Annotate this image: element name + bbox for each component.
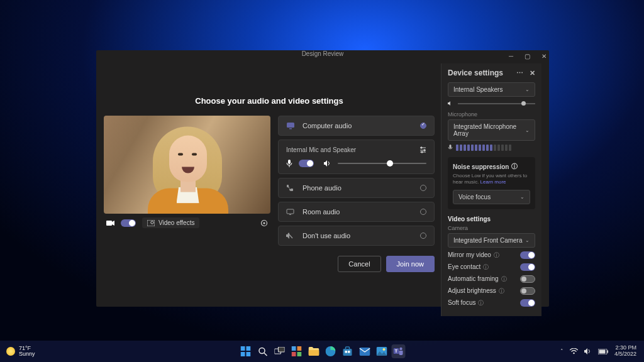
system-tray[interactable]: ˄ 2:30 PM 4/5/2022 — [560, 345, 644, 358]
start-button[interactable] — [239, 344, 253, 358]
info-icon[interactable]: ⓘ — [478, 300, 484, 306]
svg-rect-26 — [279, 347, 285, 352]
svg-rect-16 — [289, 214, 291, 215]
search-button[interactable] — [256, 344, 270, 358]
softfocus-toggle[interactable] — [520, 299, 535, 307]
audio-option-room[interactable]: Room audio — [278, 202, 435, 222]
camera-toggle[interactable] — [121, 219, 136, 227]
svg-rect-29 — [292, 352, 296, 356]
noise-mode-dropdown[interactable]: Voice focus ⌄ — [453, 190, 530, 204]
noise-suppression-card: Noise suppressionⓘ Choose Low if you wan… — [448, 157, 535, 209]
audio-option-label: Computer audio — [303, 122, 352, 129]
mute-icon — [286, 232, 295, 239]
minimize-button[interactable]: ─ — [509, 53, 513, 60]
chevron-down-icon: ⌄ — [525, 87, 530, 92]
svg-line-24 — [264, 353, 267, 356]
softfocus-label: Soft focus — [448, 299, 475, 306]
wifi-icon[interactable] — [570, 348, 578, 354]
video-effects-button[interactable]: Video effects — [142, 217, 199, 228]
speaker-icon — [324, 160, 331, 167]
svg-rect-35 — [345, 351, 348, 353]
mail-icon[interactable] — [358, 344, 372, 358]
teams-prejoin-window: Design Review ─ ▢ ✕ Choose your audio an… — [96, 50, 549, 307]
volume-tray-icon[interactable] — [584, 348, 592, 354]
learn-more-link[interactable]: Learn more — [480, 179, 506, 185]
eyecontact-toggle[interactable] — [520, 263, 535, 271]
close-button[interactable]: ✕ — [541, 53, 547, 60]
brightness-toggle[interactable] — [520, 287, 535, 295]
audio-option-none[interactable]: Don't use audio — [278, 226, 435, 246]
info-icon[interactable]: ⓘ — [483, 264, 489, 270]
svg-rect-31 — [308, 350, 319, 356]
speaker-value: Internal Speakers — [453, 86, 502, 93]
taskview-button[interactable] — [273, 344, 287, 358]
info-icon[interactable]: ⓘ — [511, 162, 518, 171]
svg-point-4 — [263, 222, 265, 224]
info-icon[interactable]: ⓘ — [501, 276, 507, 282]
chevron-up-icon[interactable]: ˄ — [560, 348, 564, 354]
widgets-icon[interactable] — [290, 344, 304, 358]
svg-point-43 — [573, 353, 575, 354]
mirror-toggle[interactable] — [520, 251, 535, 259]
cancel-button[interactable]: Cancel — [338, 256, 380, 272]
eyecontact-label: Eye contact — [448, 263, 480, 270]
svg-rect-20 — [247, 346, 251, 351]
audio-option-label: Phone audio — [303, 184, 341, 192]
svg-rect-28 — [297, 346, 302, 351]
weather-widget[interactable]: 71°F Sunny — [0, 346, 35, 358]
maximize-button[interactable]: ▢ — [525, 53, 530, 60]
mirror-label: Mirror my video — [448, 251, 491, 258]
svg-point-12 — [421, 151, 423, 153]
sun-icon — [6, 347, 15, 356]
svg-rect-5 — [287, 123, 294, 128]
svg-point-11 — [424, 150, 425, 151]
weather-cond: Sunny — [19, 351, 35, 357]
autoframe-toggle[interactable] — [520, 275, 535, 283]
camera-value: Integrated Front Camera — [453, 237, 523, 244]
mic-value: Integrated Microphone Array — [453, 123, 525, 137]
info-icon[interactable]: ⓘ — [499, 288, 504, 294]
noise-mode-value: Voice focus — [458, 194, 491, 200]
store-icon[interactable] — [341, 344, 355, 358]
svg-point-42 — [399, 348, 402, 350]
battery-icon[interactable] — [598, 349, 608, 354]
mic-toggle[interactable] — [299, 160, 314, 167]
audio-option-label: Room audio — [303, 208, 340, 216]
gear-icon[interactable] — [260, 219, 268, 227]
mic-dropdown[interactable]: Integrated Microphone Array ⌄ — [448, 119, 535, 141]
edge-icon[interactable] — [324, 344, 338, 358]
volume-slider[interactable] — [338, 163, 426, 164]
phone-icon — [286, 184, 295, 192]
speaker-dropdown[interactable]: Internal Speakers ⌄ — [448, 82, 535, 97]
close-panel-button[interactable]: ✕ — [530, 69, 535, 77]
camera-preview — [104, 116, 270, 214]
svg-point-23 — [259, 348, 265, 353]
teams-icon[interactable]: T — [392, 344, 406, 358]
speaker-volume-slider[interactable] — [458, 103, 535, 104]
join-button[interactable]: Join now — [386, 256, 435, 272]
audio-option-label: Don't use audio — [303, 232, 350, 239]
more-icon[interactable]: ⋯ — [516, 69, 523, 77]
svg-point-10 — [421, 147, 422, 148]
info-icon[interactable]: ⓘ — [494, 252, 499, 258]
svg-text:T: T — [395, 349, 398, 353]
autoframe-label: Automatic framing — [448, 275, 499, 282]
mic-section-label: Microphone — [448, 111, 535, 118]
brightness-label: Adjust brightness — [448, 287, 496, 294]
room-icon — [286, 209, 295, 215]
device-settings-panel: Device settings ⋯ ✕ Internal Speakers ⌄ … — [441, 63, 541, 316]
settings-sliders-icon[interactable] — [419, 146, 426, 153]
camera-dropdown[interactable]: Integrated Front Camera ⌄ — [448, 233, 535, 248]
svg-rect-6 — [289, 128, 292, 129]
camera-section-label: Camera — [448, 225, 535, 231]
mic-icon — [286, 160, 292, 167]
audio-option-phone[interactable]: Phone audio — [278, 178, 435, 198]
chevron-down-icon: ⌄ — [525, 128, 530, 133]
photos-icon[interactable] — [375, 344, 389, 358]
audio-option-computer[interactable]: Computer audio — [278, 116, 435, 136]
chevron-down-icon: ⌄ — [525, 238, 530, 243]
panel-title: Device settings — [448, 69, 503, 77]
page-title: Choose your audio and video settings — [104, 96, 435, 106]
explorer-icon[interactable] — [307, 344, 321, 358]
svg-point-2 — [151, 221, 153, 223]
